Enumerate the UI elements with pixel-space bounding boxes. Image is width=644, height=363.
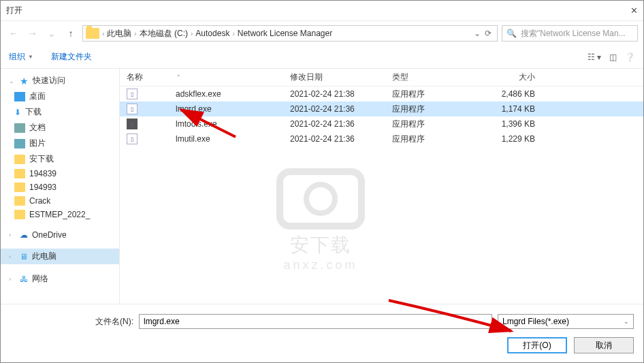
file-row[interactable]: ▯adskflex.exe2021-02-24 21:38应用程序2,486 K… <box>120 86 643 101</box>
view-options-icon[interactable]: ☷ ▾ <box>587 52 601 62</box>
filename-label: 文件名(N): <box>95 316 133 328</box>
sidebar-this-pc[interactable]: ›🖥此电脑 <box>1 249 119 264</box>
search-placeholder: 搜索"Network License Man... <box>521 28 626 40</box>
file-name: lmtools.exe <box>176 119 217 129</box>
sidebar-194993[interactable]: 194993 <box>1 180 119 194</box>
sidebar-anxiazai[interactable]: 安下载 <box>1 151 119 167</box>
open-button[interactable]: 打开(O) <box>507 337 567 353</box>
sidebar-documents[interactable]: 文档 <box>1 120 119 136</box>
sidebar-downloads[interactable]: ⬇下载 <box>1 104 119 120</box>
file-name: adskflex.exe <box>176 89 221 99</box>
file-size: 1,229 KB <box>474 134 556 144</box>
nav-back-icon[interactable]: ← <box>6 26 21 41</box>
sidebar-crack[interactable]: Crack <box>1 194 119 208</box>
file-list: 安下载anxz.com ▯adskflex.exe2021-02-24 21:3… <box>120 86 643 304</box>
crumb-drive[interactable]: 本地磁盘 (C:) <box>140 28 188 40</box>
file-size: 1,174 KB <box>474 104 556 114</box>
organize-menu[interactable]: 组织▼ <box>9 51 33 63</box>
search-icon: 🔍 <box>506 29 517 38</box>
sort-asc-icon[interactable]: ˄ <box>177 74 180 81</box>
folder-icon <box>86 28 99 39</box>
chevron-down-icon[interactable]: ⌄ <box>474 29 481 38</box>
file-name: lmgrd.exe <box>176 104 212 114</box>
exe-icon: ▯ <box>127 89 138 99</box>
col-size[interactable]: 大小 <box>519 72 535 82</box>
col-name[interactable]: 名称 <box>127 72 143 83</box>
file-date: 2021-02-24 21:36 <box>290 134 392 144</box>
file-date: 2021-02-24 21:36 <box>290 119 392 129</box>
file-date: 2021-02-24 21:38 <box>290 89 392 99</box>
close-icon[interactable]: ✕ <box>611 5 638 16</box>
cancel-button[interactable]: 取消 <box>574 337 634 353</box>
breadcrumb[interactable]: › 此电脑 › 本地磁盘 (C:) › Autodesk › Network L… <box>82 25 498 42</box>
file-type: 应用程序 <box>392 119 474 130</box>
filename-input[interactable] <box>139 314 492 329</box>
search-input[interactable]: 🔍 搜索"Network License Man... <box>502 25 638 42</box>
nav-recent-icon[interactable]: ⌄ <box>44 26 59 41</box>
sidebar-pictures[interactable]: 图片 <box>1 136 119 151</box>
watermark: 安下载anxz.com <box>276 168 365 272</box>
help-icon[interactable]: ❔ <box>625 52 635 62</box>
crumb-autodesk[interactable]: Autodesk <box>195 29 229 38</box>
exe-icon: ▯ <box>127 133 138 144</box>
file-size: 2,486 KB <box>474 89 556 99</box>
refresh-icon[interactable]: ⟳ <box>485 29 492 38</box>
file-name: lmutil.exe <box>176 134 210 144</box>
nav-up-icon[interactable]: ↑ <box>63 26 78 41</box>
sidebar-network[interactable]: ›🖧网络 <box>1 271 119 287</box>
sidebar-194839[interactable]: 194839 <box>1 167 119 180</box>
crumb-nlm[interactable]: Network License Manager <box>238 29 332 38</box>
file-type: 应用程序 <box>392 104 474 115</box>
sidebar-quick-access[interactable]: ⌄★快速访问 <box>1 73 119 89</box>
crumb-pc[interactable]: 此电脑 <box>107 28 131 40</box>
nav-forward-icon[interactable]: → <box>25 26 40 41</box>
col-date[interactable]: 修改日期 <box>290 72 323 82</box>
file-type: 应用程序 <box>392 89 474 100</box>
dialog-title: 打开 <box>6 5 611 16</box>
file-row[interactable]: ▯lmtools.exe2021-02-24 21:36应用程序1,396 KB <box>120 116 643 131</box>
sidebar-estmep[interactable]: ESTMEP_2022_ <box>1 208 119 221</box>
file-row[interactable]: ▯lmutil.exe2021-02-24 21:36应用程序1,229 KB <box>120 131 643 146</box>
file-date: 2021-02-24 21:36 <box>290 104 392 114</box>
exe-icon: ▯ <box>127 104 138 114</box>
new-folder-button[interactable]: 新建文件夹 <box>51 51 92 63</box>
file-row[interactable]: ▯lmgrd.exe2021-02-24 21:36应用程序1,174 KB <box>120 101 643 116</box>
file-size: 1,396 KB <box>474 119 556 129</box>
preview-pane-icon[interactable]: ◫ <box>609 52 617 62</box>
file-type-filter[interactable]: Lmgrd Files(*.exe)⌄ <box>498 314 634 329</box>
sidebar-desktop[interactable]: 桌面 <box>1 89 119 104</box>
sidebar: ⌄★快速访问 桌面 ⬇下载 文档 图片 安下载 194839 194993 Cr… <box>1 69 120 304</box>
file-list-header: 名称˄ 修改日期 类型 大小 <box>120 69 643 86</box>
file-type: 应用程序 <box>392 133 474 145</box>
col-type[interactable]: 类型 <box>392 72 408 82</box>
exe-icon: ▯ <box>127 119 138 129</box>
sidebar-onedrive[interactable]: ›☁OneDrive <box>1 228 119 242</box>
